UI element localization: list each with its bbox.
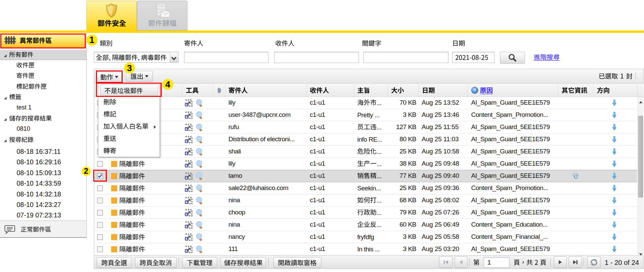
- svg-text:?: ?: [473, 88, 476, 93]
